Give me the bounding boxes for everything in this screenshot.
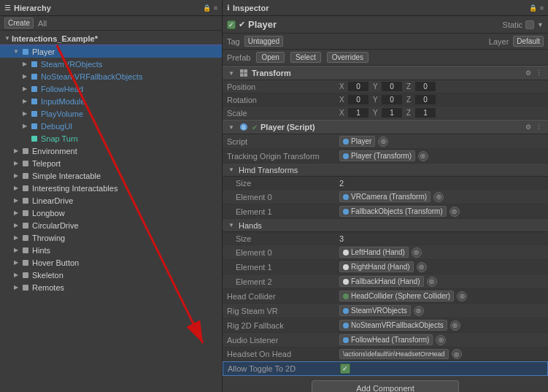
hand0-field[interactable]: LeftHand (Hand) [339,247,409,258]
script-tool2[interactable]: ⋮ [534,123,544,131]
hierarchy-item-hints[interactable]: Hints [0,244,222,256]
player-script-arrow[interactable] [227,124,236,131]
hmd-size-value: 2 [339,179,544,188]
head-collider-field[interactable]: HeadCollider (Sphere Collider) [339,291,454,301]
svg-rect-10 [23,173,28,179]
hierarchy-item-debugui[interactable]: DebugUI [0,120,222,132]
hmd-e0-circle[interactable]: ◎ [433,192,444,202]
lineardrive-arrow [12,197,20,204]
rot-z-input[interactable] [415,95,436,104]
hierarchy-item-longbow[interactable]: Longbow [0,207,222,219]
rig-steam-field[interactable]: SteamVRObjects [339,305,411,316]
create-button[interactable]: Create [4,18,34,28]
throwing-icon [20,233,31,243]
hierarchy-item-player[interactable]: Player [0,45,222,58]
scale-y-input[interactable] [382,108,402,118]
rig-2d-circle[interactable]: ◎ [450,320,460,331]
hierarchy-item-followhead[interactable]: FollowHead [0,82,222,95]
rotation-label: Rotation [227,96,336,104]
svg-rect-9 [23,161,28,166]
rot-x-input[interactable] [348,95,368,104]
scene-root-item[interactable]: Interactions_Example* [0,32,222,45]
hierarchy-item-skeleton[interactable]: Skeleton [0,269,222,281]
rig-steam-row: Rig Steam VR SteamVRObjects ◎ [223,304,548,318]
hierarchy-item-interesting[interactable]: Interesting Interactables [0,182,222,194]
environment-icon [20,146,31,156]
hmd-e1-circle[interactable]: ◎ [449,207,460,217]
player-active-checkbox[interactable]: ✓ [227,20,236,29]
script-circle-btn[interactable]: ◎ [378,137,388,147]
hierarchy-item-environment[interactable]: Environment [0,145,222,157]
audio-listener-field[interactable]: FollowHead (Transform) [339,334,433,345]
inspector-menu-icon[interactable]: ≡ [540,4,544,12]
rot-y-input[interactable] [382,95,402,104]
script-value: Player [351,137,371,145]
hmd-arrow[interactable] [227,166,236,173]
hand1-field[interactable]: RightHand (Hand) [339,261,414,272]
pos-z-input[interactable] [415,82,436,91]
hands-arrow[interactable] [227,222,236,228]
pos-x-input[interactable] [348,82,368,91]
inputmodule-icon [29,96,39,107]
hierarchy-icon: ☰ [4,4,11,12]
layer-dropdown[interactable]: Default [513,36,544,47]
hmd-element0-field[interactable]: VRCamera (Transform) [339,191,431,202]
hmd-size-row: Size 2 [223,177,548,190]
headset-on-head-field[interactable]: \actions\default\in\HeadsetOnHead [339,349,449,359]
circulardrive-arrow [12,222,20,228]
hand0-circle[interactable]: ◎ [412,247,422,258]
transform-tool2[interactable]: ⋮ [534,69,544,77]
hierarchy-item-playvolume[interactable]: PlayVolume [0,107,222,120]
open-button[interactable]: Open [256,52,284,63]
audio-listener-circle[interactable]: ◎ [436,335,446,345]
hierarchy-lock-icon[interactable]: 🔒 [203,4,211,12]
tracking-origin-field[interactable]: Player (Transform) [339,150,415,161]
hierarchy-item-steamvr[interactable]: SteamVRObjects [0,58,222,70]
scene-root-label: Interactions_Example* [12,34,98,43]
static-checkbox[interactable] [525,20,534,29]
scale-z-input[interactable] [415,108,436,118]
hierarchy-item-simple[interactable]: Simple Interactable [0,169,222,182]
player-script-title: Player (Script) [261,123,315,131]
environment-label: Environment [31,147,77,155]
script-field[interactable]: Player [339,136,375,147]
select-button[interactable]: Select [290,52,321,63]
hand2-field[interactable]: FallbackHand (Hand) [339,276,424,287]
transform-tool1[interactable]: ⚙ [524,69,533,77]
inspector-lock-icon[interactable]: 🔒 [529,4,537,12]
hierarchy-item-circulardrive[interactable]: CircularDrive [0,219,222,231]
headset-circle[interactable]: ◎ [452,349,462,359]
svg-rect-12 [23,198,28,204]
rig-steam-circle[interactable]: ◎ [414,306,424,316]
add-component-button[interactable]: Add Component [312,380,459,392]
hierarchy-item-nosteamvr[interactable]: NoSteamVRFallbackObjects [0,70,222,82]
all-label[interactable]: All [38,19,47,28]
steamvr-arrow [20,61,29,67]
tracking-origin-circle-btn[interactable]: ◎ [418,151,428,161]
head-collider-circle[interactable]: ◎ [457,291,467,301]
hierarchy-item-remotes[interactable]: Remotes [0,281,222,293]
static-dropdown-arrow[interactable]: ▼ [537,21,544,28]
hand1-circle[interactable]: ◎ [417,262,427,272]
hmd-element1-field[interactable]: FallbackObjects (Transform) [339,206,447,217]
pos-y-input[interactable] [382,82,402,91]
scale-x-input[interactable] [348,108,368,118]
hierarchy-item-snapturn[interactable]: Snap Turn [0,132,222,145]
hierarchy-item-inputmodule[interactable]: InputModule [0,95,222,107]
hierarchy-item-throwing[interactable]: Throwing [0,231,222,244]
hierarchy-item-hoverbutton[interactable]: Hover Button [0,256,222,269]
transform-arrow[interactable] [227,70,236,77]
hmd-element1-value: FallbackObjects (Transform) [351,207,443,215]
allow-toggle-checkbox[interactable]: ✓ [340,364,350,374]
rig-2d-field[interactable]: NoSteamVRFallbackObjects [339,320,447,331]
hierarchy-item-lineardrive[interactable]: LinearDrive [0,194,222,207]
rig-2d-row: Rig 2D Fallback NoSteamVRFallbackObjects… [223,318,548,333]
overrides-button[interactable]: Overrides [327,52,368,63]
hierarchy-item-teleport[interactable]: Teleport [0,157,222,169]
hierarchy-menu-icon[interactable]: ≡ [214,4,217,12]
hints-label: Hints [31,246,50,255]
hand2-circle[interactable]: ◎ [427,277,437,287]
hand0-value: LeftHand (Hand) [351,248,405,256]
script-tool1[interactable]: ⚙ [524,123,533,131]
tag-dropdown[interactable]: Untagged [244,36,283,47]
